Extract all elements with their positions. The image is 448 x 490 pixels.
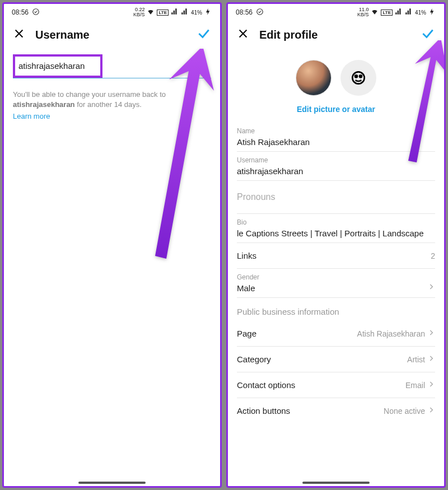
page-label: Page [237,329,256,338]
status-bar: 08:56 11.0 KB/S LTE 41% [228,4,444,18]
page-title: Username [35,29,90,41]
links-label: Links [237,251,256,260]
right-phone: 08:56 11.0 KB/S LTE 41% [226,2,446,488]
content: Edit picture or avatar Name Atish Rajase… [228,51,444,486]
header: Edit profile [228,18,444,51]
status-app-icon [256,8,264,17]
signal-icon-2 [405,8,413,17]
gender-field[interactable]: Gender Male [237,269,435,298]
confirm-check-icon[interactable] [421,26,435,43]
name-value: Atish Rajasekharan [237,135,435,147]
username-value: atishrajasekharan [18,61,85,71]
nav-pill [302,482,370,484]
page-row[interactable]: Page Atish Rajasekharan [237,321,435,347]
bio-value: le Captions Streets | Travel | Portraits… [237,226,435,238]
gender-value: Male [237,281,259,293]
charge-icon [428,8,436,17]
status-time: 08:56 [236,8,253,16]
bio-field[interactable]: Bio le Captions Streets | Travel | Portr… [237,214,435,243]
chevron-right-icon [427,283,435,293]
lte-icon: LTE [381,10,393,16]
input-underline [13,78,211,78]
battery-text: 41% [191,10,202,16]
action-label: Action buttons [237,406,290,416]
wifi-icon [371,8,379,17]
profile-photo[interactable] [296,60,332,96]
category-label: Category [237,354,271,364]
nav-pill [78,482,146,484]
signal-icon-2 [181,8,189,17]
gender-label: Gender [237,273,259,281]
header: Username [4,18,220,51]
learn-more-link[interactable]: Learn more [13,112,50,120]
links-row[interactable]: Links 2 [237,243,435,269]
action-value: None active [384,407,425,416]
svg-point-3 [355,75,357,77]
chevron-right-icon [427,354,435,364]
category-value: Artist [407,355,425,364]
page-title: Edit profile [259,29,318,41]
battery-text: 41% [415,10,426,16]
wifi-icon [147,8,155,17]
contact-row[interactable]: Contact options Email [237,372,435,398]
close-icon[interactable] [237,27,249,42]
username-label: Username [237,156,435,164]
edit-picture-link[interactable]: Edit picture or avatar [237,100,435,123]
contact-value: Email [405,381,425,390]
name-label: Name [237,127,435,135]
bio-label: Bio [237,218,435,226]
charge-icon [204,8,212,17]
close-icon[interactable] [13,27,25,42]
signal-icon [395,8,403,17]
username-field[interactable]: Username atishrajasekharan [237,152,435,181]
confirm-check-icon[interactable] [197,26,211,43]
avatar-icon[interactable] [340,60,376,96]
chevron-right-icon [427,406,435,416]
chevron-right-icon [427,329,435,338]
username-highlight: atishrajasekharan [13,54,102,78]
status-speed: 0.22 KB/S [133,7,145,17]
pronouns-placeholder: Pronouns [237,185,435,209]
left-phone: 08:56 0.22 KB/S LTE 41% [2,2,222,488]
svg-point-4 [360,75,362,77]
status-bar: 08:56 0.22 KB/S LTE 41% [4,4,220,18]
hint-text: You'll be able to change your username b… [13,90,211,110]
signal-icon [171,8,179,17]
content: atishrajasekharan You'll be able to chan… [4,51,220,486]
action-row[interactable]: Action buttons None active [237,398,435,423]
name-field[interactable]: Name Atish Rajasekharan [237,123,435,152]
svg-point-0 [33,8,39,15]
status-app-icon [32,8,40,17]
section-business: Public business information [237,298,435,321]
status-time: 08:56 [12,8,29,16]
username-value: atishrajasekharan [237,164,435,176]
contact-label: Contact options [237,380,295,390]
page-value: Atish Rajasekharan [357,329,425,338]
lte-icon: LTE [157,10,169,16]
pronouns-field[interactable]: Pronouns [237,181,435,214]
chevron-right-icon [427,380,435,390]
svg-point-2 [352,72,364,83]
links-count: 2 [431,251,435,260]
status-speed: 11.0 KB/S [357,7,369,17]
category-row[interactable]: Category Artist [237,347,435,372]
profile-media [237,51,435,100]
username-field[interactable]: atishrajasekharan [13,51,211,78]
svg-point-1 [257,8,263,15]
